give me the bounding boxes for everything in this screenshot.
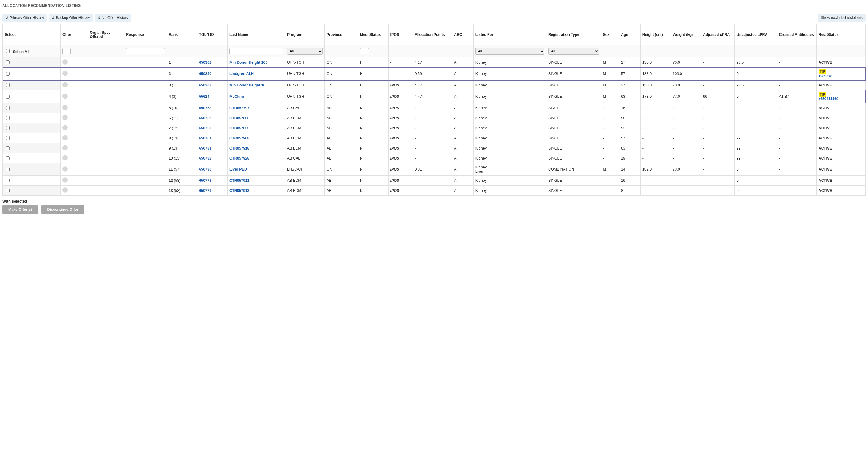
offer-indicator[interactable]	[62, 167, 68, 172]
col-program[interactable]: Program	[285, 24, 324, 45]
offer-indicator[interactable]	[62, 71, 68, 76]
tgln-link[interactable]: 650779	[199, 188, 211, 193]
col-lastname[interactable]: Last Name	[227, 24, 285, 45]
cell-height: -	[640, 176, 671, 186]
col-med-status[interactable]: Med. Status	[358, 24, 389, 45]
cell-lastname: CTR057806	[227, 113, 285, 123]
row-select-checkbox[interactable]	[6, 72, 10, 76]
lastname-link[interactable]: McClure	[229, 94, 244, 98]
tip-link[interactable]: #650311160	[818, 97, 838, 101]
cell-select	[3, 80, 61, 90]
lastname-link[interactable]: CTR057911	[229, 179, 249, 183]
row-select-checkbox[interactable]	[6, 146, 10, 150]
row-select-checkbox[interactable]	[6, 126, 10, 130]
filter-program[interactable]: All	[287, 48, 323, 55]
col-height[interactable]: Height (cm)	[640, 24, 671, 45]
filter-response[interactable]	[126, 48, 165, 55]
col-weight[interactable]: Weight (kg)	[671, 24, 701, 45]
row-select-checkbox[interactable]	[6, 60, 10, 64]
col-crossed[interactable]: Crossed Antibodies	[777, 24, 816, 45]
tip-link[interactable]: #989878	[818, 74, 833, 78]
tgln-link[interactable]: 650302	[199, 83, 211, 87]
lastname-link[interactable]: CTR057806	[229, 116, 249, 120]
cell-crossed: -	[777, 186, 816, 196]
tgln-link[interactable]: 55624	[199, 94, 209, 98]
tgln-link[interactable]: 650758	[199, 106, 211, 110]
col-select[interactable]: Select	[3, 24, 61, 45]
filter-lastname[interactable]	[229, 48, 283, 55]
cell-abo: A	[452, 123, 473, 133]
col-organ-spec[interactable]: Organ Spec. Offered	[88, 24, 124, 45]
row-select-checkbox[interactable]	[6, 116, 10, 120]
offer-indicator[interactable]	[62, 125, 68, 130]
offer-indicator[interactable]	[62, 177, 68, 183]
filter-offer[interactable]	[62, 48, 71, 55]
lastname-link[interactable]: CTR057908	[229, 136, 249, 140]
row-select-checkbox[interactable]	[6, 188, 10, 192]
lastname-link[interactable]: Liver PED	[229, 167, 247, 172]
lastname-link[interactable]: CTR057918	[229, 146, 249, 150]
offer-indicator[interactable]	[62, 105, 68, 110]
tgln-link[interactable]: 650759	[199, 116, 211, 120]
row-select-checkbox[interactable]	[6, 106, 10, 110]
lastname-link[interactable]: Min Donor Height 160	[229, 60, 267, 64]
col-unadj-cpra[interactable]: Unadjusted cPRA	[735, 24, 777, 45]
tgln-link[interactable]: 650240	[199, 72, 211, 76]
discontinue-offer-button[interactable]: Discontinue Offer	[41, 205, 84, 214]
offer-indicator[interactable]	[62, 59, 68, 64]
col-offer[interactable]: Offer	[60, 24, 88, 45]
show-excluded-button[interactable]: Show excluded recipients	[818, 14, 866, 22]
row-select-checkbox[interactable]	[6, 168, 10, 172]
col-adj-cpra[interactable]: Adjusted cPRA	[701, 24, 735, 45]
col-rec-status[interactable]: Rec. Status	[816, 24, 865, 45]
col-rank[interactable]: Rank	[167, 24, 197, 45]
backup-offer-history-button[interactable]: ↺ Backup Offer History	[49, 14, 93, 22]
cell-unadj-cpra: 99	[735, 143, 777, 153]
no-offer-history-button[interactable]: ↺ No Offer History	[95, 14, 131, 22]
cell-abo: A	[452, 133, 473, 143]
col-alloc-points[interactable]: Allocation Points	[413, 24, 452, 45]
col-abo[interactable]: ABO	[452, 24, 473, 45]
tgln-link[interactable]: 650302	[199, 60, 211, 64]
filter-listed-for[interactable]: All	[475, 48, 545, 55]
lastname-link[interactable]: Lindgren ALN	[229, 72, 254, 76]
make-offers-button[interactable]: Make Offer(s)	[2, 205, 38, 214]
row-select-checkbox[interactable]	[6, 136, 10, 140]
tgln-link[interactable]: 650761	[199, 136, 211, 140]
col-province[interactable]: Province	[325, 24, 358, 45]
offer-indicator[interactable]	[62, 94, 68, 99]
col-listed-for[interactable]: Listed For	[473, 24, 546, 45]
offer-indicator[interactable]	[62, 155, 68, 160]
col-ipos[interactable]: IPOS	[389, 24, 413, 45]
lastname-link[interactable]: CTR057797	[229, 106, 249, 110]
col-age[interactable]: Age	[619, 24, 641, 45]
tgln-link[interactable]: 650781	[199, 146, 211, 150]
lastname-link[interactable]: Min Donor Height 160	[229, 83, 267, 87]
primary-offer-history-button[interactable]: ↺ Primary Offer History	[2, 14, 47, 22]
tgln-link[interactable]: 650778	[199, 179, 211, 183]
col-response[interactable]: Response	[124, 24, 167, 45]
tgln-link[interactable]: 650730	[199, 167, 211, 172]
row-select-checkbox[interactable]	[6, 156, 10, 160]
filter-med-status[interactable]	[360, 48, 369, 55]
offer-indicator[interactable]	[62, 135, 68, 140]
lastname-link[interactable]: CTR057855	[229, 126, 249, 130]
col-tgln[interactable]: TGLN ID	[197, 24, 228, 45]
tgln-link[interactable]: 650760	[199, 126, 211, 130]
lastname-link[interactable]: CTR057928	[229, 156, 249, 160]
select-all-checkbox[interactable]	[6, 49, 10, 53]
row-select-checkbox[interactable]	[6, 83, 10, 87]
offer-indicator[interactable]	[62, 145, 68, 150]
offer-indicator[interactable]	[62, 82, 68, 87]
col-reg-type[interactable]: Registration Type	[546, 24, 601, 45]
cell-adj-cpra: 96	[701, 90, 735, 103]
tgln-link[interactable]: 650782	[199, 156, 211, 160]
col-sex[interactable]: Sex	[601, 24, 619, 45]
row-select-checkbox[interactable]	[6, 179, 10, 182]
offer-indicator[interactable]	[62, 115, 68, 120]
offer-indicator[interactable]	[62, 187, 68, 193]
row-select-checkbox[interactable]	[6, 95, 10, 98]
lastname-link[interactable]: CTR057912	[229, 188, 249, 193]
filter-reg-type[interactable]: All	[548, 48, 599, 55]
cell-listed-for: Kidney	[473, 90, 546, 103]
